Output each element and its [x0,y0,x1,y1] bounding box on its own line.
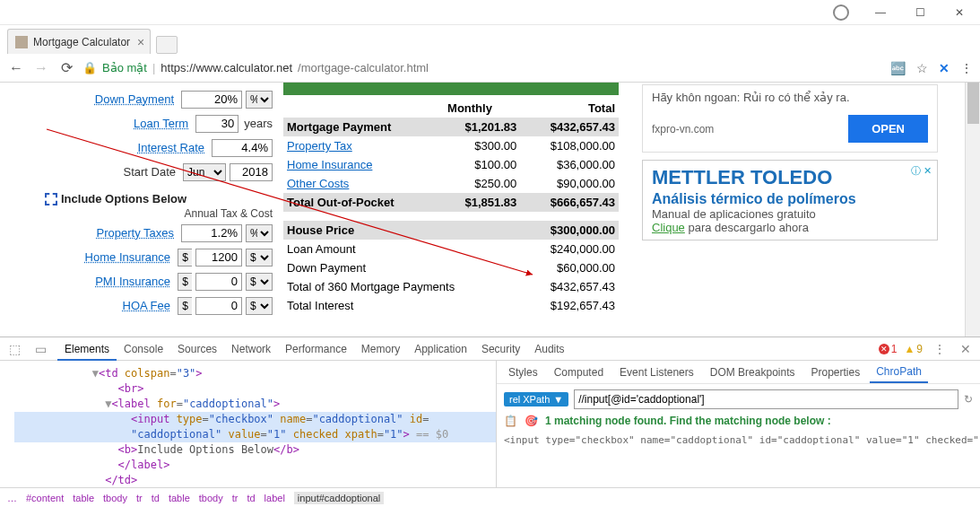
results-panel: MonthlyTotal Mortgage Payment$1,201.83$4… [278,83,624,337]
breadcrumb-item[interactable]: tr [232,493,238,503]
side-tab-properties[interactable]: Properties [804,363,866,382]
address-bar: ← → ⟳ 🔒 Bảo mật | https://www.calculator… [0,54,980,83]
warning-count[interactable]: ▲9 [904,343,923,355]
target-icon[interactable]: 🎯 [525,415,538,427]
result-link[interactable]: Property Tax [287,139,352,153]
devtools-menu-icon[interactable]: ⋮ [930,342,950,356]
interest-rate-label[interactable]: Interest Rate [138,141,204,154]
breadcrumb-item[interactable]: table [73,493,94,503]
side-tab-dom-breakpoints[interactable]: DOM Breakpoints [704,363,802,382]
page-scrollbar[interactable] [965,83,980,337]
result-row: Home Insurance$100.00$36,000.00 [283,155,619,174]
reload-button[interactable]: ⟳ [57,59,75,76]
start-year-input[interactable] [230,163,273,181]
extension-icon[interactable]: ✕ [939,61,950,75]
breadcrumb-item[interactable]: tr [136,493,143,503]
devtools-tab-memory[interactable]: Memory [354,339,407,359]
device-toggle-icon[interactable]: ▭ [31,342,50,356]
devtools-tab-application[interactable]: Application [407,339,474,359]
result-row: Down Payment$60,000.00 [283,258,619,277]
breadcrumb-item[interactable]: input#caddoptional [294,492,384,504]
side-tab-styles[interactable]: Styles [502,363,544,382]
breadcrumb-item[interactable]: tbody [199,493,223,503]
tab-title: Mortgage Calculator [33,36,130,48]
devtools-tab-elements[interactable]: Elements [57,339,117,361]
translate-icon[interactable]: 🔤 [890,61,906,75]
close-window-button[interactable]: ✕ [944,3,975,22]
user-account-icon[interactable] [826,3,856,22]
breadcrumb-item[interactable]: td [152,493,160,503]
devtools-tab-network[interactable]: Network [224,339,278,359]
loan-term-label[interactable]: Loan Term [134,117,188,130]
side-tab-chropath[interactable]: ChroPath [870,362,928,383]
down-payment-label[interactable]: Down Payment [95,92,174,106]
devtools-tab-sources[interactable]: Sources [170,339,224,359]
dom-breadcrumb[interactable]: …#contenttabletbodytrtdtabletbodytrtdlab… [0,487,980,507]
side-tab-computed[interactable]: Computed [548,363,610,382]
property-tax-unit[interactable]: % [246,224,273,242]
devtools-tab-performance[interactable]: Performance [278,339,354,359]
adchoices-icon[interactable]: ⓘ ✕ [911,164,932,178]
browser-tab[interactable]: Mortgage Calculator × [7,29,151,54]
menu-icon[interactable]: ⋮ [960,61,973,75]
side-tab-event-listeners[interactable]: Event Listeners [613,363,700,382]
result-row: Loan Amount$240,000.00 [283,240,619,258]
refresh-icon[interactable]: ↻ [964,393,973,406]
ad-site: fxpro-vn.com [652,123,714,135]
home-insurance-unit[interactable]: $ [246,249,273,267]
hoa-label[interactable]: HOA Fee [123,299,170,312]
close-tab-icon[interactable]: × [137,35,144,49]
home-insurance-input[interactable] [195,249,242,267]
result-link[interactable]: Other Costs [287,177,349,190]
loan-term-input[interactable] [195,115,238,133]
pmi-label[interactable]: PMI Insurance [95,275,170,288]
down-payment-unit[interactable]: % [246,91,273,109]
pmi-unit[interactable]: $ [246,273,273,291]
bookmark-icon[interactable]: ☆ [916,61,928,75]
minimize-button[interactable]: — [865,3,896,22]
ad-top[interactable]: Hãy khôn ngoan: Rủi ro có thể xảy ra. fx… [642,84,938,153]
devtools-close-icon[interactable]: ✕ [957,342,975,356]
result-row: House Price$300,000.00 [283,221,619,240]
back-button[interactable]: ← [7,60,25,76]
ad-open-button[interactable]: OPEN [848,115,928,143]
breadcrumb-item[interactable]: tbody [103,493,127,503]
home-insurance-label[interactable]: Home Insurance [85,250,170,264]
interest-rate-input[interactable] [212,139,273,157]
chart-bar [283,83,619,95]
down-payment-input[interactable] [181,91,242,109]
inspect-icon[interactable]: ⬚ [5,342,24,356]
result-link[interactable]: Home Insurance [287,158,372,171]
ad-panel: Hãy khôn ngoan: Rủi ro có thể xảy ra. fx… [624,83,947,337]
hoa-unit[interactable]: $ [246,297,273,315]
dollar-prefix: $ [178,273,192,291]
include-options-header: Include Options Below [45,192,273,205]
copy-icon[interactable]: 📋 [504,415,517,427]
devtools-tab-audits[interactable]: Audits [527,339,571,359]
url-display[interactable]: 🔒 Bảo mật | https://www.calculator.net/m… [82,61,883,74]
breadcrumb-item[interactable]: label [265,493,285,503]
annual-tax-label: Annual Tax & Cost [45,207,273,220]
property-tax-label[interactable]: Property Taxes [97,226,174,240]
dom-tree[interactable]: ▼<td colspan="3"> <br> ▼<label for="cadd… [0,361,496,487]
results-table-top: MonthlyTotal [283,99,619,118]
breadcrumb-item[interactable]: td [247,493,255,503]
forward-button[interactable]: → [32,60,50,76]
breadcrumb-item[interactable]: table [169,493,190,503]
error-count[interactable]: ✕1 [879,343,898,355]
rel-xpath-toggle[interactable]: rel XPath▼ [504,392,568,406]
result-row: Total Out-of-Pocket$1,851.83$666,657.43 [283,193,619,212]
ad-bottom[interactable]: ⓘ ✕ METTLER TOLEDO Análisis térmico de p… [642,160,938,240]
start-month-select[interactable]: Jun [183,163,226,181]
breadcrumb-item[interactable]: #content [26,493,64,503]
maximize-button[interactable]: ☐ [905,3,935,22]
hoa-input[interactable] [195,297,242,315]
property-tax-input[interactable] [181,224,242,242]
devtools-tab-console[interactable]: Console [117,339,170,359]
ad-cta-link[interactable]: Clique [652,221,685,234]
new-tab-button[interactable] [156,36,178,54]
xpath-input[interactable] [574,389,958,409]
breadcrumb-item[interactable]: … [7,493,17,503]
pmi-input[interactable] [195,273,242,291]
devtools-tab-security[interactable]: Security [474,339,527,359]
